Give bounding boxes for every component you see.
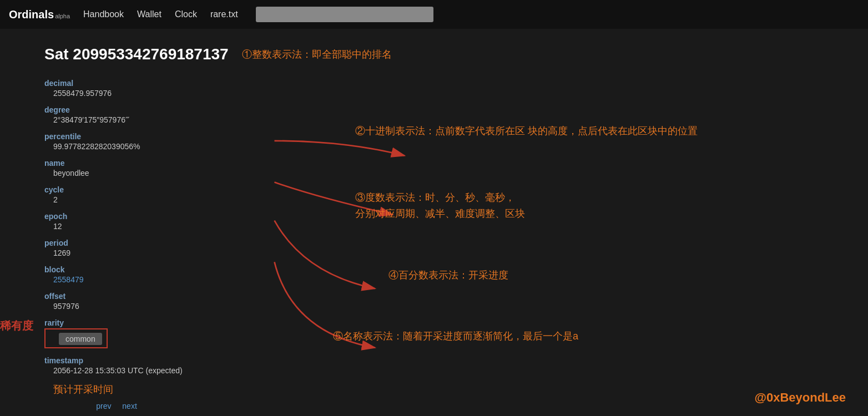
prev-link[interactable]: prev: [96, 402, 111, 410]
field-cycle: cycle 2: [44, 185, 189, 204]
rarity-box: common: [44, 328, 108, 348]
field-epoch: epoch 12: [44, 212, 189, 231]
rarity-chinese-label: 稀有度: [0, 318, 33, 333]
field-epoch-value: 12: [44, 222, 189, 231]
field-rarity: 稀有度 rarity common: [44, 318, 189, 348]
content-body: decimal 2558479.957976 degree 2°38479′17…: [44, 79, 824, 416]
field-epoch-label: epoch: [44, 212, 189, 221]
field-percentile-value: 99.9778228282039056%: [44, 142, 189, 151]
pagination: prev next: [44, 402, 189, 416]
field-decimal-label: decimal: [44, 79, 189, 88]
nav-handbook[interactable]: Handbook: [83, 7, 124, 22]
brand-name: Ordinals: [9, 8, 54, 21]
annotation-4: ④百分数表示法：开采进度: [388, 267, 508, 283]
field-block-value[interactable]: 2558479: [44, 275, 189, 284]
field-name-label: name: [44, 159, 189, 168]
page-title-row: Sat 209953342769187137 ①整数表示法：即全部聪中的排名: [44, 45, 824, 63]
brand-sup: alpha: [55, 13, 70, 19]
field-rarity-label: rarity: [44, 318, 189, 327]
field-percentile: percentile 99.9778228282039056%: [44, 132, 189, 151]
field-offset-label: offset: [44, 292, 189, 301]
content-area: Sat 209953342769187137 ①整数表示法：即全部聪中的排名 d…: [0, 29, 868, 416]
field-degree: degree 2°38479′175″957976‴: [44, 105, 189, 124]
field-cycle-label: cycle: [44, 185, 189, 194]
field-name-value: beyondlee: [44, 169, 189, 177]
navbar: Ordinalsalpha Handbook Wallet Clock rare…: [0, 0, 868, 29]
annotation-title-inline: ①整数表示法：即全部聪中的排名: [242, 48, 392, 61]
nav-wallet[interactable]: Wallet: [137, 7, 162, 22]
field-block: block 2558479: [44, 265, 189, 284]
search-input[interactable]: [256, 7, 433, 22]
annotation-5: ⑤名称表示法：随着开采进度而逐渐简化，最后一个是a: [333, 328, 578, 344]
brand-logo: Ordinalsalpha: [9, 8, 70, 21]
annotations-col: ②十进制表示法：点前数字代表所在区 块的高度，点后代表在此区块中的位置 ③度数表…: [222, 79, 824, 416]
field-period-label: period: [44, 239, 189, 247]
field-degree-value: 2°38479′175″957976‴: [44, 115, 189, 124]
field-timestamp-label: timestamp: [44, 356, 189, 365]
field-offset: offset 957976: [44, 292, 189, 311]
field-decimal-value: 2558479.957976: [44, 89, 189, 98]
page-title: Sat 209953342769187137: [44, 45, 229, 63]
footer-credit: @0xBeyondLee: [754, 390, 846, 405]
field-timestamp: timestamp 2056-12-28 15:35:03 UTC (expec…: [44, 356, 189, 375]
field-period: period 1269: [44, 239, 189, 257]
field-decimal: decimal 2558479.957976: [44, 79, 189, 98]
next-link[interactable]: next: [122, 402, 137, 410]
annotation-3: ③度数表示法：时、分、秒、毫秒，分别对应周期、减半、难度调整、区块: [355, 190, 525, 222]
field-timestamp-value: 2056-12-28 15:35:03 UTC (expected): [44, 366, 189, 375]
annotation-2: ②十进制表示法：点前数字代表所在区 块的高度，点后代表在此区块中的位置: [355, 123, 698, 139]
field-degree-label: degree: [44, 105, 189, 114]
field-name: name beyondlee: [44, 159, 189, 177]
field-rarity-value: common: [59, 333, 102, 345]
field-period-value: 1269: [44, 248, 189, 257]
field-block-label: block: [44, 265, 189, 274]
sat-fields: decimal 2558479.957976 degree 2°38479′17…: [44, 79, 189, 416]
nav-clock[interactable]: Clock: [175, 7, 197, 22]
field-cycle-value: 2: [44, 195, 189, 204]
timestamp-note: 预计开采时间: [53, 383, 113, 396]
nav-raretxt[interactable]: rare.txt: [210, 7, 238, 22]
field-percentile-label: percentile: [44, 132, 189, 141]
field-offset-value: 957976: [44, 302, 189, 311]
bottom-row: 预计开采时间: [44, 383, 189, 396]
